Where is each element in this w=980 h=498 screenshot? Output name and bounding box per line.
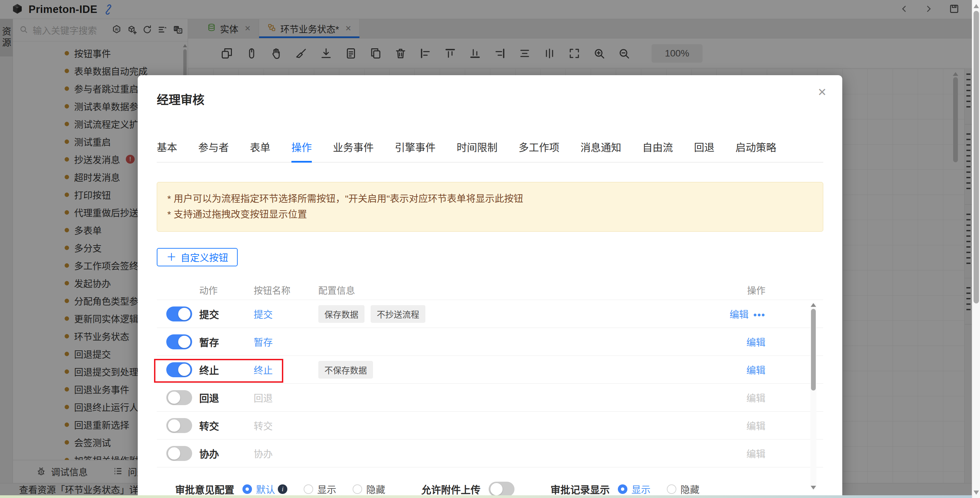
dialog-tab-引擎事件[interactable]: 引擎事件 bbox=[395, 139, 436, 162]
enable-toggle[interactable] bbox=[166, 362, 192, 377]
edit-link[interactable]: 编辑 bbox=[746, 449, 765, 460]
dialog-tab-启动策略[interactable]: 启动策略 bbox=[735, 139, 776, 162]
page-scrollbar[interactable] bbox=[972, 0, 980, 498]
info-icon[interactable]: i bbox=[278, 484, 287, 494]
enable-toggle[interactable] bbox=[166, 390, 192, 405]
node-config-dialog: ✕ 经理审核 基本参与者表单操作业务事件引擎事件时间限制多工作项消息通知自由流回… bbox=[138, 75, 842, 498]
opinion-config-label: 审批意见配置 bbox=[175, 482, 234, 496]
opinion-option-隐藏[interactable]: 隐藏 bbox=[353, 482, 385, 496]
dialog-tabs: 基本参与者表单操作业务事件引擎事件时间限制多工作项消息通知自由流回退启动策略 bbox=[157, 139, 823, 162]
enable-toggle[interactable] bbox=[166, 446, 192, 461]
attachment-toggle[interactable] bbox=[488, 482, 514, 496]
opinion-option-默认[interactable]: 默认i bbox=[242, 482, 287, 496]
button-row-暂存: 暂存暂存编辑 bbox=[157, 328, 823, 355]
dialog-tab-自由流[interactable]: 自由流 bbox=[642, 139, 673, 162]
dialog-tab-回退[interactable]: 回退 bbox=[694, 139, 714, 162]
button-row-回退: 回退回退编辑 bbox=[157, 383, 823, 411]
plus-icon: ＋ bbox=[166, 252, 177, 262]
close-icon[interactable]: ✕ bbox=[818, 87, 827, 98]
bottom-edge-strip bbox=[0, 495, 980, 498]
button-name-link[interactable]: 暂存 bbox=[254, 335, 318, 348]
record-option-显示[interactable]: 显示 bbox=[618, 482, 651, 496]
config-tag: 不抄送流程 bbox=[371, 305, 425, 323]
button-row-转交: 转交转交编辑 bbox=[157, 411, 823, 439]
add-custom-button[interactable]: ＋ 自定义按钮 bbox=[157, 248, 238, 266]
notice-box: * 用户可以为流程指定环节选择所需按钮，"开关启用"表示对应环节表单将显示此按钮… bbox=[157, 182, 823, 232]
button-name-link[interactable]: 协办 bbox=[254, 447, 318, 460]
dialog-title: 经理审核 bbox=[157, 90, 204, 108]
table-header: 动作 按钮名称 配置信息 操作 bbox=[157, 280, 823, 300]
notice-line: * 支持通过拖拽改变按钮显示位置 bbox=[167, 207, 813, 223]
button-name-link[interactable]: 终止 bbox=[254, 363, 318, 377]
button-row-提交: 提交提交保存数据不抄送流程编辑••• bbox=[157, 300, 823, 328]
record-display-label: 审批记录显示 bbox=[550, 482, 610, 496]
dialog-tab-参与者[interactable]: 参与者 bbox=[198, 139, 229, 162]
action-label: 转交 bbox=[199, 418, 254, 433]
radio-icon bbox=[667, 484, 676, 494]
dialog-tab-时间限制[interactable]: 时间限制 bbox=[457, 139, 498, 162]
table-scrollbar[interactable] bbox=[810, 302, 816, 490]
opinion-option-显示[interactable]: 显示 bbox=[304, 482, 336, 496]
dialog-tab-消息通知[interactable]: 消息通知 bbox=[581, 139, 621, 162]
dialog-tab-基本[interactable]: 基本 bbox=[157, 139, 177, 162]
radio-icon bbox=[304, 484, 313, 494]
radio-icon bbox=[618, 484, 627, 494]
action-label: 提交 bbox=[199, 307, 254, 321]
action-label: 终止 bbox=[199, 363, 254, 377]
edit-link[interactable]: 编辑 bbox=[746, 365, 765, 376]
button-name-link[interactable]: 转交 bbox=[254, 419, 318, 432]
enable-toggle[interactable] bbox=[166, 418, 192, 433]
action-label: 回退 bbox=[199, 390, 254, 405]
dialog-tab-多工作项[interactable]: 多工作项 bbox=[519, 139, 559, 162]
edit-link[interactable]: 编辑 bbox=[730, 310, 749, 320]
dialog-tab-业务事件[interactable]: 业务事件 bbox=[333, 139, 374, 162]
notice-line: * 用户可以为流程指定环节选择所需按钮，"开关启用"表示对应环节表单将显示此按钮 bbox=[167, 191, 813, 207]
button-row-终止: 终止终止不保存数据编辑 bbox=[157, 355, 823, 383]
dialog-tab-操作[interactable]: 操作 bbox=[291, 139, 312, 162]
enable-toggle[interactable] bbox=[166, 307, 192, 321]
button-row-协办: 协办协办编辑 bbox=[157, 439, 823, 467]
button-name-link[interactable]: 回退 bbox=[254, 391, 318, 404]
radio-icon bbox=[242, 484, 252, 494]
more-actions-icon[interactable]: ••• bbox=[754, 310, 765, 320]
primeton-ide-app: Primeton-IDE 资源 输入关键字搜索 AIEn文 按钮事件表单数据自动… bbox=[0, 0, 980, 498]
config-tag: 不保存数据 bbox=[318, 361, 373, 379]
config-tags: 不保存数据 bbox=[318, 361, 718, 379]
attachment-upload-label: 允许附件上传 bbox=[421, 482, 480, 496]
config-tags: 保存数据不抄送流程 bbox=[318, 305, 718, 323]
scroll-thumb[interactable] bbox=[974, 11, 979, 304]
record-option-隐藏[interactable]: 隐藏 bbox=[667, 482, 700, 496]
edit-link[interactable]: 编辑 bbox=[746, 421, 765, 432]
dialog-body: * 用户可以为流程指定环节选择所需按钮，"开关启用"表示对应环节表单将显示此按钮… bbox=[157, 166, 823, 498]
radio-icon bbox=[353, 484, 362, 494]
dialog-footer-options: 审批意见配置默认i显示隐藏允许附件上传审批记录显示显示隐藏 bbox=[157, 482, 823, 496]
dialog-tab-表单[interactable]: 表单 bbox=[250, 139, 270, 162]
button-name-link[interactable]: 提交 bbox=[254, 307, 318, 321]
edit-link[interactable]: 编辑 bbox=[746, 393, 765, 404]
buttons-table: 动作 按钮名称 配置信息 操作 提交提交保存数据不抄送流程编辑•••暂存暂存编辑… bbox=[157, 280, 823, 468]
scroll-up-icon[interactable] bbox=[974, 4, 979, 8]
action-label: 协办 bbox=[199, 446, 254, 461]
config-tag: 保存数据 bbox=[318, 305, 364, 323]
scroll-down-icon[interactable] bbox=[974, 490, 979, 495]
enable-toggle[interactable] bbox=[166, 334, 192, 349]
action-label: 暂存 bbox=[199, 335, 254, 349]
edit-link[interactable]: 编辑 bbox=[746, 337, 765, 348]
